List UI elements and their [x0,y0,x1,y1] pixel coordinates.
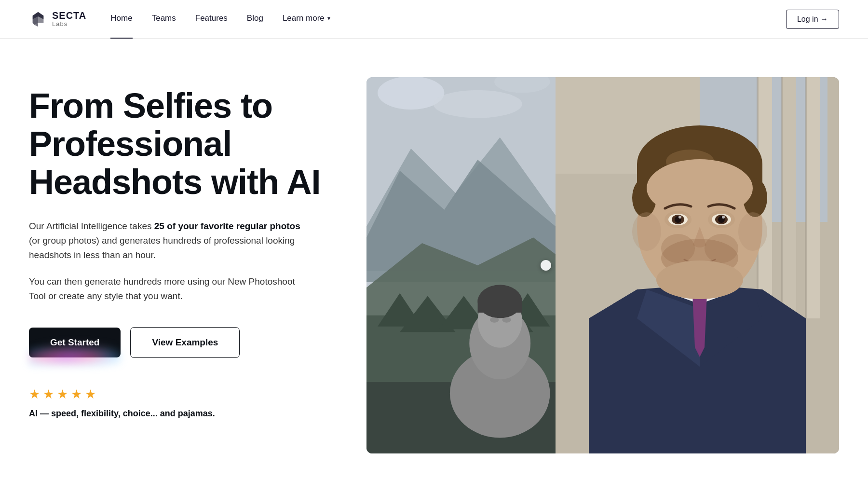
chevron-down-icon: ▾ [327,15,330,22]
star-3: ★ [57,387,68,402]
nav-learn-more[interactable]: Learn more ▾ [283,14,330,25]
image-after [556,77,839,453]
nav-features[interactable]: Features [195,14,228,25]
professional-headshot-svg [556,77,839,453]
svg-point-55 [661,234,695,263]
svg-point-57 [632,212,661,251]
svg-point-56 [705,234,738,263]
get-started-button[interactable]: Get Started [29,328,121,357]
view-examples-button[interactable]: View Examples [130,327,240,358]
image-split [366,77,839,453]
svg-point-43 [647,159,753,217]
svg-rect-27 [827,77,839,318]
svg-point-53 [722,216,725,219]
nav-blog[interactable]: Blog [247,14,263,25]
star-2: ★ [43,387,54,402]
hero-content: From Selfies to Professional Headshots w… [29,77,328,419]
star-rating: ★ ★ ★ ★ ★ [29,387,328,402]
svg-point-20 [502,317,511,323]
star-5: ★ [85,387,96,402]
slider-dot [541,260,551,271]
cta-buttons: Get Started View Examples [29,327,328,358]
star-4: ★ [71,387,82,402]
svg-point-58 [738,212,767,251]
hero-image [366,77,839,453]
svg-point-52 [678,216,681,219]
svg-rect-30 [805,77,807,318]
hero-title: From Selfies to Professional Headshots w… [29,87,328,202]
get-started-wrapper: Get Started [29,328,121,357]
svg-rect-25 [782,77,796,318]
logo[interactable]: SECTA Labs [29,10,86,28]
logo-icon [29,10,47,28]
login-button[interactable]: Log in → [786,10,839,29]
bw-background [366,77,556,453]
slider-handle[interactable] [541,260,551,271]
review-text: AI — speed, flexibility, choice... and p… [29,409,328,419]
star-1: ★ [29,387,40,402]
image-before [366,77,556,453]
svg-rect-29 [781,77,783,318]
logo-text: SECTA Labs [52,10,86,27]
mountain-svg [366,77,556,453]
hero-description-1: Our Artificial Intelligence takes 25 of … [29,219,309,263]
svg-rect-26 [806,77,820,318]
nav-teams[interactable]: Teams [152,14,176,25]
svg-point-2 [433,90,522,118]
nav-links: Home Teams Features Blog Learn more ▾ [110,14,786,25]
svg-rect-18 [478,299,522,313]
hero-section: From Selfies to Professional Headshots w… [0,39,868,480]
nav-home[interactable]: Home [110,14,132,25]
navbar: SECTA Labs Home Teams Features Blog Lear… [0,0,868,39]
svg-point-59 [656,261,743,299]
hero-description-2: You can then generate hundreds more usin… [29,274,309,304]
svg-point-19 [490,317,499,323]
